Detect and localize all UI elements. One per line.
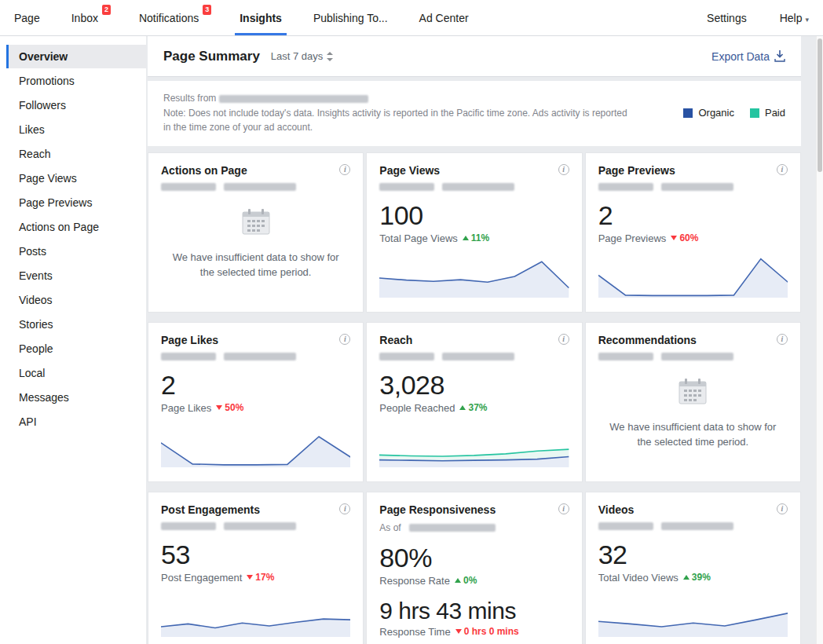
sidebar-item-page-views[interactable]: Page Views: [6, 166, 146, 190]
sidebar-item-likes[interactable]: Likes: [6, 118, 146, 141]
sidebar-item-videos[interactable]: Videos: [6, 288, 146, 312]
delta-up-icon: [455, 578, 461, 583]
results-note: Results from Note: Does not include toda…: [148, 81, 801, 146]
sparkline-chart: [161, 596, 350, 637]
chart-legend: Organic Paid: [683, 91, 785, 135]
delta-down-icon: [216, 405, 222, 410]
info-icon[interactable]: i: [558, 164, 569, 175]
insufficient-data-message: We have insufficient data to show for th…: [602, 420, 784, 450]
delta-up-icon: [683, 575, 689, 580]
date-range-selector[interactable]: Last 7 days: [271, 50, 334, 62]
summary-card-grid: Actions on Page i: [148, 152, 801, 644]
tab-inbox-label: Inbox: [71, 12, 98, 24]
redacted-date-range: [598, 183, 653, 191]
tab-insights[interactable]: Insights: [240, 12, 282, 24]
insights-sidebar: Overview Promotions Followers Likes Reac…: [0, 36, 146, 644]
sparkline-chart: [598, 257, 788, 298]
redacted-date-range: [379, 183, 434, 191]
card-title: Videos: [598, 503, 635, 516]
info-icon[interactable]: i: [339, 503, 350, 514]
sidebar-item-local[interactable]: Local: [6, 361, 146, 385]
info-icon[interactable]: i: [558, 503, 569, 514]
card-title: Post Engagements: [161, 503, 260, 516]
redacted-date-range: [661, 183, 733, 191]
card-recommendations: Recommendations i: [585, 322, 801, 482]
help-label: Help: [780, 12, 803, 24]
metric-label: Page Previews: [598, 232, 667, 244]
legend-organic-label: Organic: [698, 105, 734, 121]
scrollbar[interactable]: [816, 36, 823, 644]
sidebar-item-page-previews[interactable]: Page Previews: [6, 191, 146, 214]
sparkline-chart: [161, 426, 350, 467]
organic-swatch-icon: [683, 108, 693, 118]
sidebar-item-promotions[interactable]: Promotions: [6, 69, 146, 93]
sidebar-item-posts[interactable]: Posts: [6, 240, 146, 263]
scrollbar-thumb[interactable]: [818, 38, 822, 172]
metric-value: 9 hrs 43 mins: [379, 598, 569, 624]
delta-badge: 0%: [455, 575, 477, 586]
sidebar-item-actions-on-page[interactable]: Actions on Page: [6, 215, 146, 239]
legend-paid: Paid: [750, 105, 785, 121]
delta-badge: 60%: [671, 232, 698, 243]
sidebar-item-events[interactable]: Events: [6, 264, 146, 287]
delta-badge: 0 hrs 0 mins: [455, 626, 519, 637]
card-title: Page Responsiveness: [379, 503, 496, 516]
metric-label: Total Video Views: [598, 572, 679, 584]
insights-main: Page Summary Last 7 days Export Data Res…: [146, 36, 823, 644]
sidebar-item-overview[interactable]: Overview: [6, 45, 146, 68]
card-reach: Reach i 3,028 People Reached 37%: [366, 322, 582, 482]
sidebar-item-stories[interactable]: Stories: [6, 313, 146, 336]
card-title: Page Previews: [598, 164, 675, 177]
settings-link[interactable]: Settings: [707, 12, 747, 24]
info-icon[interactable]: i: [777, 334, 788, 345]
card-title: Reach: [379, 334, 412, 346]
sidebar-item-reach[interactable]: Reach: [6, 142, 146, 166]
calendar-icon: [679, 378, 707, 404]
card-title: Recommendations: [598, 334, 697, 346]
tab-inbox[interactable]: Inbox 2: [71, 12, 98, 24]
redacted-page-name: [219, 95, 368, 103]
metric-value: 80%: [379, 543, 569, 573]
page-summary-header: Page Summary Last 7 days Export Data: [148, 36, 801, 77]
redacted-date-range: [224, 183, 296, 191]
delta-badge: 50%: [216, 402, 243, 413]
top-nav: Page Inbox 2 Notifications 3 Insights Pu…: [0, 0, 823, 36]
tab-notifications[interactable]: Notifications 3: [139, 12, 199, 24]
tab-publishing-tools[interactable]: Publishing To...: [313, 12, 388, 24]
metric-value: 2: [598, 200, 788, 231]
info-icon[interactable]: i: [558, 334, 569, 345]
inbox-badge: 2: [102, 5, 111, 15]
sidebar-item-people[interactable]: People: [6, 337, 146, 360]
card-title: Page Likes: [161, 334, 218, 346]
delta-up-icon: [459, 405, 466, 410]
tab-ad-center[interactable]: Ad Center: [419, 12, 469, 24]
notifications-badge: 3: [203, 5, 211, 15]
delta-badge: 11%: [463, 232, 489, 243]
metric-label: Response Rate: [379, 575, 450, 587]
info-icon[interactable]: i: [339, 334, 350, 345]
export-data-button[interactable]: Export Data: [711, 50, 785, 63]
sidebar-item-messages[interactable]: Messages: [6, 386, 146, 409]
sparkline-chart: [379, 426, 569, 467]
delta-badge: 39%: [683, 572, 711, 583]
metric-value: 100: [379, 200, 569, 231]
tab-page[interactable]: Page: [14, 12, 40, 24]
redacted-date-range: [379, 353, 434, 360]
delta-down-icon: [455, 629, 462, 634]
card-actions-on-page: Actions on Page i: [148, 152, 364, 313]
redacted-date-range: [161, 353, 216, 360]
sidebar-item-api[interactable]: API: [6, 410, 146, 434]
card-page-previews: Page Previews i 2 Page Previews 60%: [585, 152, 801, 313]
card-page-likes: Page Likes i 2 Page Likes 50%: [148, 322, 364, 482]
date-range-label: Last 7 days: [271, 50, 324, 62]
insufficient-data-message: We have insufficient data to show for th…: [165, 251, 347, 280]
sidebar-item-followers[interactable]: Followers: [6, 93, 146, 117]
info-icon[interactable]: i: [339, 164, 350, 175]
redacted-date-range: [661, 353, 733, 360]
caret-down-icon: ▾: [805, 16, 809, 24]
info-icon[interactable]: i: [777, 164, 788, 175]
help-menu[interactable]: Help▾: [780, 12, 809, 24]
legend-organic: Organic: [683, 105, 734, 121]
info-icon[interactable]: i: [777, 503, 788, 514]
metric-label: Response Time: [379, 626, 450, 638]
